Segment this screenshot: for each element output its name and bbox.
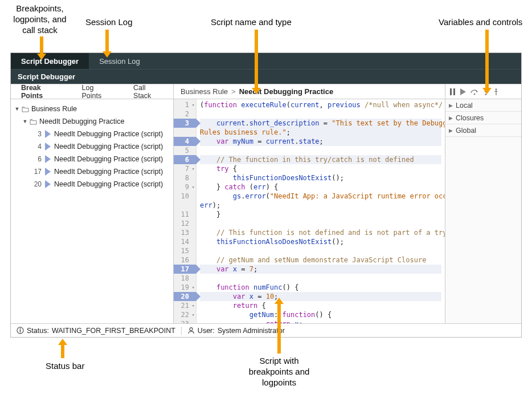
gutter-line[interactable] [174,128,196,137]
breakpoint-line-number: 4 [29,143,42,151]
breakpoint-marker-icon [45,155,51,163]
code-line[interactable]: function numFunc() { [200,283,441,292]
code-line[interactable]: return { [200,301,441,310]
breakpoint-item[interactable]: 20NeedIt Debugging Practice (script) [13,178,171,190]
tab-session-log[interactable]: Session Log [89,53,150,69]
folder-icon [30,119,37,125]
code-line[interactable] [200,274,441,283]
vars-section-global[interactable]: ▶Global [445,124,521,137]
breakpoint-marker-icon [45,130,51,138]
code-body[interactable]: (function executeRule(current, previous … [197,99,445,323]
code-line[interactable] [200,219,441,228]
line-number-gutter[interactable]: 1▾234567▾89▾10111213141516171819▾2021▾22… [174,99,197,323]
resume-button[interactable] [460,88,466,95]
gutter-line[interactable] [174,201,196,210]
breakpoint-item[interactable]: 3NeedIt Debugging Practice (script) [13,128,171,140]
top-tabs: Script Debugger Session Log [11,53,521,69]
gutter-line[interactable]: 16 [174,255,196,265]
step-over-button[interactable] [470,88,478,95]
code-line[interactable]: } catch (err) { [200,182,441,192]
tree-root[interactable]: ▼ Business Rule [13,103,171,115]
gutter-line[interactable]: 20 [174,292,196,301]
gutter-line[interactable]: 9▾ [174,182,196,192]
code-line[interactable]: gs.error("NeedIt App: a JavaScript runti… [200,192,441,201]
gutter-line[interactable]: 19▾ [174,283,196,292]
caret-right-icon: ▶ [449,103,453,108]
gutter-line[interactable]: 12 [174,219,196,228]
svg-point-4 [496,88,497,90]
gutter-line[interactable]: 13 [174,228,196,237]
gutter-line[interactable]: 4 [174,137,196,146]
tab-breakpoints[interactable]: Break Points [11,84,72,99]
status-segment: Status: WAITING_FOR_FIRST_BREAKPOINT [11,327,181,335]
breakpoint-item[interactable]: 6NeedIt Debugging Practice (script) [13,153,171,165]
breakpoint-label: NeedIt Debugging Practice (script) [54,180,163,188]
code-line[interactable]: current.short_description = "This text s… [200,119,441,128]
code-line[interactable]: thisFunctionAlsoDoesNotExist(); [200,237,441,246]
tree-child[interactable]: ▼ NeedIt Debugging Practice [13,115,171,128]
step-out-button[interactable] [493,88,499,95]
tab-logpoints[interactable]: Log Points [72,84,124,99]
user-segment: User: System Administrator [181,327,290,335]
breakpoint-line-number: 6 [29,155,42,163]
code-line[interactable]: // This function is not defined and is n… [200,228,441,237]
code-line[interactable]: try { [200,164,441,173]
vars-section-label: Global [456,127,476,135]
annotation-sessionlog: Session Log [85,17,133,28]
gutter-line[interactable]: 14 [174,237,196,246]
code-line[interactable]: var x = 10; [200,292,441,301]
right-panel: ▶Local ▶Closures ▶Global [445,84,521,323]
code-line[interactable]: thisFunctionDoesNotExist(); [200,173,441,182]
gutter-line[interactable]: 22▾ [174,310,196,319]
vars-section-closures[interactable]: ▶Closures [445,112,521,124]
breakpoint-line-number: 20 [29,180,42,188]
gutter-line[interactable]: 15 [174,246,196,255]
code-line[interactable]: getNum: function() { [200,310,441,319]
svg-rect-1 [453,88,455,95]
user-icon [187,327,195,334]
code-line[interactable]: var x = 7; [200,265,441,274]
gutter-line[interactable]: 2 [174,109,196,119]
svg-point-8 [190,328,193,331]
annotation-variables: Variables and controls [439,17,522,28]
tab-callstack[interactable]: Call Stack [123,84,173,99]
code-line[interactable]: (function executeRule(current, previous … [200,100,441,109]
code-line[interactable]: return x; [200,319,441,323]
vars-section-local[interactable]: ▶Local [445,99,521,112]
pause-button[interactable] [450,88,456,95]
breadcrumb-separator: > [231,87,236,96]
annotation-breakpoints: Breakpoints,logpoints, andcall stack [6,3,74,35]
gutter-line[interactable]: 23 [174,319,196,323]
breakpoint-line-number: 3 [29,130,42,138]
gutter-line[interactable]: 17 [174,265,196,274]
code-line[interactable] [200,109,441,119]
code-line[interactable] [200,246,441,255]
gutter-line[interactable]: 1▾ [174,100,196,109]
gutter-line[interactable]: 10 [174,192,196,201]
script-header: Business Rule > NeedIt Debugging Practic… [174,84,445,99]
gutter-line[interactable]: 5 [174,146,196,155]
code-line[interactable]: Rules business rule."; [200,128,441,137]
gutter-line[interactable]: 3 [174,119,196,128]
code-line[interactable]: } [200,210,441,219]
gutter-line[interactable]: 6 [174,155,196,164]
info-icon [17,327,24,334]
gutter-line[interactable]: 7▾ [174,164,196,173]
gutter-line[interactable]: 8 [174,173,196,182]
tab-script-debugger[interactable]: Script Debugger [11,53,89,69]
breakpoint-marker-icon [45,168,51,176]
gutter-line[interactable]: 18 [174,274,196,283]
code-line[interactable]: var myNum = current.state; [200,137,441,146]
code-line[interactable]: // The function in this try/catch is not… [200,155,441,164]
gutter-line[interactable]: 11 [174,210,196,219]
breakpoint-item[interactable]: 4NeedIt Debugging Practice (script) [13,140,171,153]
breakpoint-label: NeedIt Debugging Practice (script) [54,143,163,151]
script-type: Business Rule [181,87,228,96]
code-editor[interactable]: 1▾234567▾89▾10111213141516171819▾2021▾22… [174,99,445,323]
breakpoint-item[interactable]: 17NeedIt Debugging Practice (script) [13,165,171,178]
gutter-line[interactable]: 21▾ [174,301,196,310]
caret-down-icon: ▼ [22,119,28,124]
code-line[interactable]: err); [200,201,441,210]
code-line[interactable]: // getNum and setNum demonstrate JavaScr… [200,255,441,265]
code-line[interactable] [200,146,441,155]
